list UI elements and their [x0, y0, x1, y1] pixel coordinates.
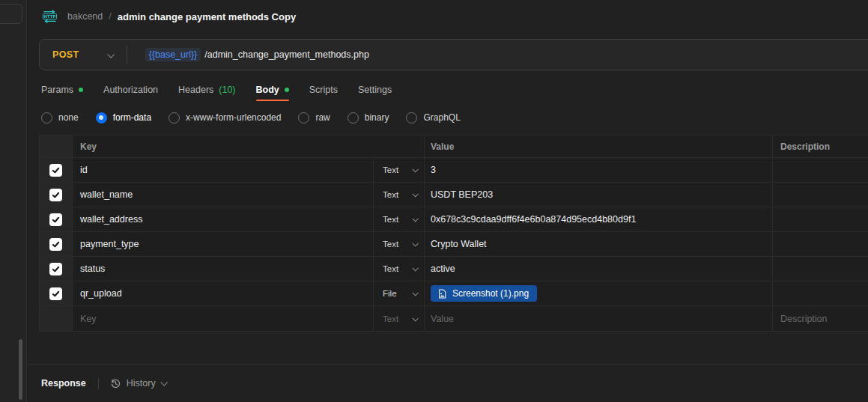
description-field-placeholder[interactable]: Description	[773, 306, 868, 331]
description-field[interactable]	[773, 207, 868, 231]
body-type-raw[interactable]: raw	[298, 112, 330, 124]
url-input[interactable]: {{base_url}} /admin_change_payment_metho…	[127, 48, 868, 61]
option-label: binary	[365, 112, 389, 123]
value-field[interactable]: USDT BEP203	[425, 183, 773, 207]
breadcrumb-separator: /	[109, 11, 111, 22]
method-label: POST	[52, 49, 79, 60]
key-field-placeholder[interactable]: Key	[73, 306, 374, 331]
tab-label: Body	[256, 85, 279, 95]
row-checkbox[interactable]	[49, 189, 62, 201]
body-type-graphql[interactable]: GraphQL	[406, 112, 460, 124]
radio-icon	[169, 112, 180, 124]
response-bar: Response History	[27, 364, 868, 402]
description-field[interactable]	[773, 158, 868, 182]
key-field[interactable]: id	[73, 158, 374, 182]
left-rail	[0, 0, 27, 402]
option-label: GraphQL	[423, 112, 460, 123]
history-clock-icon	[110, 378, 121, 389]
chevron-down-icon	[412, 166, 418, 172]
type-dropdown[interactable]: Text	[374, 257, 425, 281]
tab-label: Scripts	[309, 85, 338, 95]
type-dropdown[interactable]: File	[374, 281, 425, 305]
row-checkbox[interactable]	[49, 164, 62, 177]
body-type-binary[interactable]: binary	[347, 112, 389, 124]
type-dropdown[interactable]: Text	[374, 207, 425, 231]
form-data-table: Key Value Description id Text 3 wallet_n…	[39, 135, 868, 332]
value-field[interactable]: active	[425, 257, 773, 281]
type-dropdown[interactable]: Text	[374, 158, 425, 182]
key-field[interactable]: wallet_address	[73, 207, 374, 231]
request-title: admin change payment methods Copy	[118, 11, 296, 22]
row-checkbox[interactable]	[49, 287, 62, 300]
key-field[interactable]: wallet_name	[73, 183, 374, 207]
body-type-options: none form-data x-www-form-urlencoded raw…	[41, 107, 461, 128]
body-type-form-data[interactable]: form-data	[96, 112, 151, 124]
description-field[interactable]	[773, 183, 868, 207]
type-dropdown[interactable]: Text	[374, 306, 425, 331]
chevron-down-icon	[412, 265, 418, 271]
description-field[interactable]	[773, 257, 868, 281]
tab-authorization[interactable]: Authorization	[103, 78, 158, 101]
scrollbar-thumb[interactable]	[19, 339, 22, 400]
breadcrumb-collection[interactable]: bakcend	[67, 11, 103, 22]
table-row-id: id Text 3	[40, 158, 868, 183]
row-checkbox[interactable]	[49, 213, 62, 226]
table-row-payment-type: payment_type Text Crypto Wallet	[40, 232, 868, 257]
row-checkbox[interactable]	[49, 238, 62, 251]
value-field-placeholder[interactable]: Value	[425, 306, 773, 331]
collapsed-sidebar-tab[interactable]	[0, 4, 22, 24]
unsaved-dot-icon	[285, 88, 289, 92]
request-header-bar: HTTP bakcend / admin change payment meth…	[27, 0, 868, 33]
value-field[interactable]: 0x678c3c9cdaa9dff6f4e6b0a874d95ecd4b80d9…	[425, 207, 773, 231]
radio-icon	[298, 112, 309, 124]
divider	[98, 378, 99, 389]
key-field[interactable]: status	[73, 257, 374, 281]
value-field[interactable]: 3	[425, 158, 773, 182]
tab-body[interactable]: Body	[256, 78, 289, 101]
description-field[interactable]	[773, 232, 868, 256]
table-row-qr-upload: qr_upload File Screenshot (1).png	[40, 281, 868, 306]
response-label: Response	[41, 378, 86, 389]
tab-label: Settings	[358, 85, 392, 95]
chevron-down-icon	[412, 191, 418, 197]
file-name: Screenshot (1).png	[452, 288, 529, 299]
key-field[interactable]: payment_type	[73, 232, 374, 256]
tab-label: Headers	[178, 85, 213, 95]
value-field[interactable]: Crypto Wallet	[425, 232, 773, 256]
column-header-key: Key	[73, 135, 425, 157]
file-attachment-chip[interactable]: Screenshot (1).png	[431, 285, 537, 302]
http-request-icon: HTTP	[41, 10, 58, 23]
tab-settings[interactable]: Settings	[358, 78, 392, 101]
chevron-down-icon	[412, 315, 418, 321]
method-selector[interactable]: POST	[40, 49, 127, 60]
tab-label: Authorization	[103, 85, 158, 95]
row-checkbox[interactable]	[49, 263, 62, 275]
option-label: x-www-form-urlencoded	[186, 112, 281, 123]
table-row-wallet-address: wallet_address Text 0x678c3c9cdaa9dff6f4…	[40, 207, 868, 232]
body-type-none[interactable]: none	[41, 112, 79, 124]
chevron-down-icon	[412, 240, 418, 246]
option-label: form-data	[113, 112, 151, 123]
key-field[interactable]: qr_upload	[73, 281, 374, 305]
main-panel: HTTP bakcend / admin change payment meth…	[27, 0, 868, 402]
table-header-row: Key Value Description	[40, 135, 868, 158]
type-dropdown[interactable]: Text	[374, 183, 425, 207]
empty-checkbox-cell	[40, 306, 73, 331]
header-checkbox-cell	[40, 135, 73, 157]
history-label: History	[127, 378, 156, 389]
body-type-x-www-form-urlencoded[interactable]: x-www-form-urlencoded	[169, 112, 281, 124]
history-button[interactable]: History	[110, 378, 166, 389]
url-bar: POST {{base_url}} /admin_change_payment_…	[39, 39, 868, 70]
description-field[interactable]	[773, 281, 868, 305]
tab-scripts[interactable]: Scripts	[309, 78, 338, 101]
base-url-variable-chip[interactable]: {{base_url}}	[145, 48, 201, 61]
tab-headers[interactable]: Headers (10)	[178, 78, 235, 101]
option-label: none	[58, 112, 79, 123]
table-row-status: status Text active	[40, 257, 868, 281]
column-header-description: Description	[773, 135, 868, 157]
svg-text:HTTP: HTTP	[44, 14, 56, 19]
tab-params[interactable]: Params	[41, 78, 83, 101]
radio-icon	[41, 112, 52, 124]
type-dropdown[interactable]: Text	[374, 232, 425, 256]
request-tabs: Params Authorization Headers (10) Body S…	[41, 78, 392, 101]
